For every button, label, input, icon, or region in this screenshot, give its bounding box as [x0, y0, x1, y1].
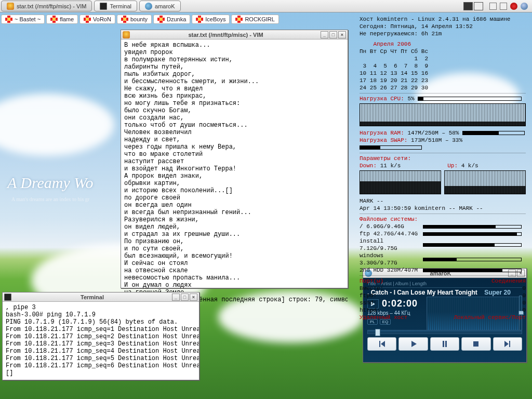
down-label: Down: — [360, 163, 377, 169]
cpu-value: 5% — [407, 96, 414, 102]
system-monitor-overlay: Хост komintern - Linux 2.4.31 на i686 ма… — [360, 16, 526, 321]
local-service-label: Локальный сервис/Порт — [454, 314, 526, 321]
taskbar-item-label: star.txt (/mnt/ftp/misc) - VIM — [17, 3, 86, 9]
window-vim[interactable]: star.txt (/mnt/ftp/misc) - VIM _ □ × В н… — [121, 30, 348, 288]
up-value: 4 k/s — [461, 163, 478, 169]
contact-item[interactable]: ROCKGIRL — [231, 15, 278, 24]
wallpaper-subtitle: A man's dreams are an index to his gr — [11, 196, 89, 202]
contact-label: VoRoN — [93, 16, 111, 22]
flower-icon — [121, 16, 128, 23]
contact-item[interactable]: flame — [46, 15, 78, 24]
pause-button[interactable] — [430, 337, 459, 351]
system-tray — [459, 0, 532, 12]
terminal-icon — [100, 3, 107, 10]
titlebar[interactable]: star.txt (/mnt/ftp/misc) - VIM _ □ × — [121, 30, 348, 39]
close-button[interactable]: × — [338, 31, 346, 38]
window-terminal[interactable]: Terminal _ □ × , pipe 3 bash-3.00# ping … — [2, 292, 200, 380]
flower-icon — [5, 16, 12, 23]
svg-rect-0 — [473, 341, 478, 347]
wallpaper-title: A Dreamy Wo — [7, 174, 94, 192]
taskbar-item-label: amaroK — [155, 3, 175, 9]
terminal-content[interactable]: , pipe 3 bash-3.00# ping 10.7.1.9 PING 1… — [3, 302, 199, 379]
fs-row: windows 3.30G/9.77G — [360, 252, 526, 267]
tray-icon-globe[interactable] — [521, 3, 528, 10]
ram-label: Нагрузка RAM: — [360, 130, 404, 136]
remote-host-label: Удаленный хост — [360, 314, 407, 321]
net-label: Параметры сети: — [360, 155, 526, 162]
calendar-row: 10 11 12 13 14 15 16 — [360, 70, 526, 77]
ports-label: Порт(ы) — [360, 277, 383, 285]
vim-icon — [7, 3, 14, 10]
calendar-title: Апреля 2006 — [360, 41, 526, 48]
down-value: 11 k/s — [380, 163, 401, 169]
port-row: Вместе:0 — [360, 285, 526, 292]
net-up-graph — [444, 170, 526, 194]
swap-label: Нагрузка SWAP: — [360, 137, 407, 143]
fs-row: / 6.96G/9.46G — [360, 223, 526, 230]
window-icon — [4, 294, 11, 301]
flower-icon — [157, 16, 165, 23]
sysmon-uptime: Не перегружаемся: 6h 21m — [360, 30, 526, 37]
prev-button[interactable] — [367, 337, 396, 351]
stop-button[interactable] — [461, 337, 490, 351]
seek-bar[interactable] — [367, 330, 522, 334]
minimize-button[interactable]: _ — [321, 31, 328, 38]
maximize-button[interactable]: □ — [181, 294, 189, 301]
calendar-row: 24 25 26 27 28 29 30 — [360, 84, 526, 91]
tray-icon-flower[interactable] — [510, 3, 517, 10]
contact-label: bounty — [130, 16, 148, 22]
maximize-button[interactable]: □ — [329, 31, 337, 38]
window-title: Terminal — [14, 294, 171, 300]
taskbar-item-label: Terminal — [110, 3, 131, 9]
flower-icon — [84, 16, 91, 23]
fs-row: install 7.12G/9.75G — [360, 237, 526, 252]
calendar-row: 3 4 5 6 7 8 9 — [360, 62, 526, 70]
tray-icon[interactable] — [489, 3, 497, 10]
contact-item[interactable]: bounty — [117, 15, 152, 24]
tray-icon[interactable] — [500, 3, 507, 10]
titlebar[interactable]: Terminal _ □ × — [3, 292, 199, 302]
cpu-graph — [360, 103, 526, 126]
next-button[interactable] — [493, 337, 522, 351]
fs-row: ftp 42.76G/44.74G — [360, 230, 526, 237]
close-button[interactable]: × — [190, 294, 197, 301]
sysmon-host: Хост komintern - Linux 2.4.31 на i686 ма… — [360, 16, 526, 23]
calendar-head: Пн Вт Ср Чт Пт Сб Вс — [360, 48, 526, 55]
syslog-mark: Apr 14 13:50:59 komintern -- MARK -- — [360, 205, 526, 212]
cpu-label: Нагрузка CPU: — [360, 96, 404, 102]
contact-label: IceBoys — [205, 16, 225, 22]
pager-desk-1[interactable] — [463, 2, 473, 10]
taskbar-item-terminal[interactable]: Terminal — [94, 1, 137, 11]
contact-label: ~ Bastet ~ — [15, 16, 41, 22]
syslog-mark: MARK -- — [360, 197, 526, 205]
minimize-button[interactable]: _ — [172, 294, 180, 301]
taskbar: star.txt (/mnt/ftp/misc) - VIM Terminal … — [0, 0, 532, 12]
taskbar-item-vim[interactable]: star.txt (/mnt/ftp/misc) - VIM — [1, 1, 92, 11]
contact-item[interactable]: Dzunka — [153, 15, 190, 24]
pager-desk-2[interactable] — [474, 2, 483, 10]
flower-icon — [50, 16, 58, 23]
flower-icon — [235, 16, 243, 23]
contact-bar: ~ Bastet ~ flame VoRoN bounty Dzunka Ice… — [1, 15, 279, 24]
flower-icon — [196, 16, 203, 23]
fs-row: 2nd HDD 328M/407M — [360, 267, 526, 274]
contact-item[interactable]: VoRoN — [79, 15, 115, 24]
contact-item[interactable]: IceBoys — [192, 15, 230, 24]
vim-editor-content[interactable]: В небе яркая вспышка... увидел пророк в … — [121, 39, 348, 305]
taskbar-item-amarok[interactable]: amaroK — [139, 1, 181, 11]
contact-label: flame — [60, 16, 74, 22]
desktop-pager[interactable] — [463, 2, 483, 10]
port-row: httpd:0 — [360, 307, 526, 314]
ram-value: 147M/250M – 58% — [407, 130, 459, 136]
port-row: sshd:0 — [360, 299, 526, 307]
swap-value: 173M/518M – 33% — [411, 137, 462, 143]
net-down-graph — [360, 170, 441, 194]
amarok-icon — [145, 3, 152, 10]
calendar-row: 17 18 19 20 21 22 23 — [360, 77, 526, 84]
contact-item[interactable]: ~ Bastet ~ — [1, 15, 45, 24]
contact-label: ROCKGIRL — [245, 16, 274, 22]
port-row: ftpd:0 — [360, 292, 526, 299]
sysmon-date: Сегодня: Пятница, 14 Апреля 13:52 — [360, 23, 526, 30]
fs-label: Файловые системы: — [360, 216, 526, 223]
play-button[interactable] — [398, 337, 428, 351]
